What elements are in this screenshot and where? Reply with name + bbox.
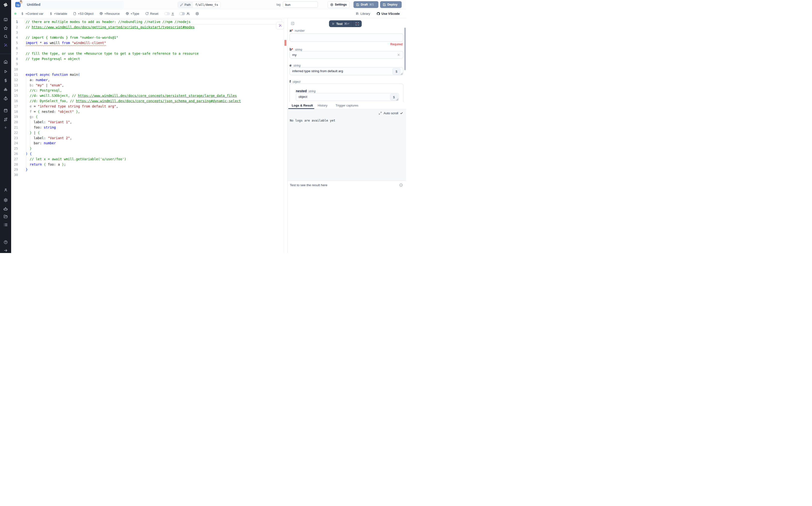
code-editor[interactable]: 1234567891011121314151617181920212223242…: [11, 18, 287, 253]
line-number[interactable]: 13: [11, 83, 18, 88]
line-number[interactable]: 11: [11, 72, 18, 78]
schedules-calendar-icon[interactable]: [0, 107, 11, 113]
code-line[interactable]: // https://www.windmill.dev/docs/getting…: [26, 25, 284, 30]
code-line[interactable]: g: {: [26, 114, 284, 119]
code-line[interactable]: // let x = await wmill.getVariable('u/us…: [26, 157, 284, 162]
apps-pyramid-icon[interactable]: [0, 95, 11, 101]
field-nested-input[interactable]: object: [296, 93, 399, 101]
line-number[interactable]: 19: [11, 114, 18, 119]
code-line[interactable]: ) {: [26, 151, 284, 157]
draft-button[interactable]: Draft ⌘S: [353, 1, 378, 8]
code-line[interactable]: }: [26, 167, 284, 172]
library-button[interactable]: Library: [356, 12, 370, 15]
collapse-panel-icon[interactable]: [291, 21, 295, 25]
resize-handle-icon[interactable]: [396, 98, 398, 101]
info-icon[interactable]: [399, 183, 403, 187]
line-number[interactable]: 12: [11, 78, 18, 83]
code-line[interactable]: } | {: [26, 130, 284, 136]
line-number[interactable]: 20: [11, 119, 18, 125]
code-line[interactable]: a: number,: [26, 78, 284, 83]
code-line[interactable]: // fill the type, or use the +Resource t…: [26, 51, 284, 57]
add-type-button[interactable]: +Type: [126, 12, 139, 15]
help-icon[interactable]: [0, 239, 11, 245]
code-line[interactable]: //c: Postgresql,: [26, 88, 284, 93]
field-e-variable-picker-button[interactable]: $: [392, 68, 400, 75]
code-line[interactable]: return { foo: a };: [26, 162, 284, 167]
code-line[interactable]: [26, 46, 284, 51]
code-line[interactable]: foo: string: [26, 125, 284, 130]
code-line[interactable]: f = { nested: "object" },: [26, 109, 284, 114]
code-line[interactable]: label: "Variant 1",: [26, 119, 284, 125]
code-content[interactable]: // there are multiple modes to add as he…: [26, 19, 284, 178]
runs-play-icon[interactable]: [0, 69, 11, 74]
path-button[interactable]: Path f/all/demo_ts: [178, 2, 221, 8]
settings-gear-icon[interactable]: [0, 197, 11, 203]
line-number[interactable]: 21: [11, 125, 18, 130]
line-number[interactable]: 17: [11, 104, 18, 109]
form-scrollbar[interactable]: [404, 27, 406, 70]
user-icon[interactable]: [0, 187, 11, 193]
deploy-button[interactable]: Deploy: [380, 1, 401, 8]
line-number[interactable]: 4: [11, 35, 18, 40]
code-line[interactable]: b: "my" | "enum",: [26, 83, 284, 88]
line-number[interactable]: 8: [11, 57, 18, 62]
code-line[interactable]: import * as wmill from "windmill-client": [26, 40, 284, 46]
code-line[interactable]: // import { toWords } from "number-to-wo…: [26, 35, 284, 40]
line-number[interactable]: 29: [11, 167, 18, 172]
field-a-input[interactable]: [289, 33, 403, 41]
add-context-var-button[interactable]: +Context var: [21, 12, 43, 15]
add-plus-icon[interactable]: [0, 125, 11, 131]
multiplayer-toggle[interactable]: [179, 12, 190, 15]
search-icon[interactable]: [0, 33, 11, 39]
add-variable-button[interactable]: +Variable: [50, 12, 67, 15]
line-number[interactable]: 28: [11, 162, 18, 167]
folders-icon[interactable]: [0, 214, 11, 219]
line-number[interactable]: 26: [11, 151, 18, 157]
field-b-input[interactable]: [289, 51, 403, 59]
code-line[interactable]: // type Postgresql = object: [26, 57, 284, 62]
code-line[interactable]: [26, 30, 284, 35]
home-icon[interactable]: [0, 59, 11, 65]
add-resource-button[interactable]: +Resource: [99, 12, 119, 15]
windmill-logo-icon[interactable]: [0, 2, 11, 8]
line-number[interactable]: 24: [11, 141, 18, 146]
workers-robot-icon[interactable]: [0, 206, 11, 212]
tab-trigger-captures[interactable]: Trigger captures: [336, 102, 358, 109]
favorites-star-icon[interactable]: [0, 25, 11, 31]
line-number[interactable]: 18: [11, 109, 18, 114]
line-number[interactable]: 6: [11, 46, 18, 51]
line-number[interactable]: 16: [11, 98, 18, 104]
code-line[interactable]: e = "inferred type string from default a…: [26, 104, 284, 109]
line-number[interactable]: 14: [11, 88, 18, 93]
code-line[interactable]: //d: DynSelect_foo, // https://www.windm…: [26, 98, 284, 104]
expand-icon[interactable]: [379, 112, 382, 115]
line-number[interactable]: 15: [11, 93, 18, 98]
line-number[interactable]: 27: [11, 157, 18, 162]
use-vscode-button[interactable]: Use VScode: [376, 12, 400, 15]
line-number[interactable]: 22: [11, 130, 18, 136]
ai-wand-icon[interactable]: [0, 43, 11, 48]
resize-handle-icon[interactable]: [400, 73, 403, 75]
test-button[interactable]: Test ⌘↵: [329, 20, 353, 27]
add-s3-object-button[interactable]: +S3 Object: [73, 12, 93, 15]
clear-field-b-icon[interactable]: [397, 53, 400, 57]
code-line[interactable]: bar: number: [26, 141, 284, 146]
toggle-switch[interactable]: [164, 12, 170, 15]
auto-scroll-control[interactable]: Auto scroll: [379, 111, 403, 115]
code-line[interactable]: label: "Variant 2",: [26, 136, 284, 141]
code-line[interactable]: export async function main(: [26, 72, 284, 78]
capture-button[interactable]: [353, 20, 362, 27]
flows-route-icon[interactable]: [0, 116, 11, 122]
diff-mode-toggle[interactable]: ±: [164, 12, 174, 15]
tab-logs-result[interactable]: Logs & Result: [292, 102, 313, 109]
script-title-input[interactable]: Untitled: [23, 1, 124, 8]
line-number[interactable]: 7: [11, 51, 18, 57]
code-line[interactable]: [26, 67, 284, 72]
line-number[interactable]: 23: [11, 136, 18, 141]
code-line[interactable]: // there are multiple modes to add as he…: [26, 19, 284, 25]
code-line[interactable]: //d: wmill.S3Object, // https://www.wind…: [26, 93, 284, 98]
ai-assistant-button[interactable]: [276, 22, 284, 29]
audit-list-icon[interactable]: [0, 222, 11, 228]
toggle-switch[interactable]: [179, 12, 185, 15]
reset-button[interactable]: Reset: [145, 12, 158, 15]
